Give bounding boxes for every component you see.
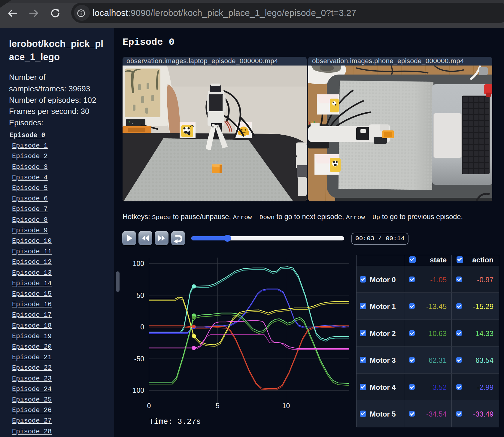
- svg-text:100: 100: [133, 260, 144, 267]
- svg-text:-100: -100: [130, 387, 144, 394]
- svg-text:5: 5: [216, 402, 220, 410]
- svg-text:-50: -50: [134, 355, 144, 363]
- svg-text:0: 0: [140, 323, 144, 331]
- svg-text:0: 0: [147, 402, 151, 410]
- svg-text:10: 10: [282, 402, 290, 410]
- svg-text:50: 50: [136, 292, 144, 299]
- svg-text:Time: 3.27s: Time: 3.27s: [149, 417, 201, 426]
